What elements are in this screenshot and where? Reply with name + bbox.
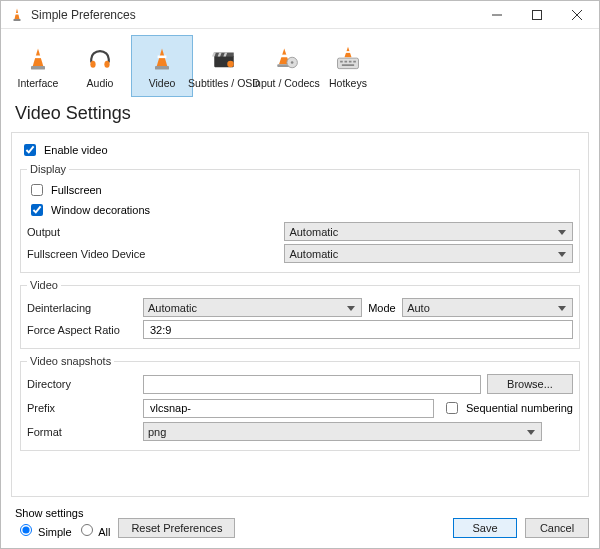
deinterlacing-label: Deinterlacing — [27, 302, 137, 314]
seq-numbering-label: Sequential numbering — [466, 402, 573, 414]
video-group: Video Deinterlacing Automatic Mode Auto … — [20, 279, 580, 349]
svg-rect-9 — [31, 66, 45, 70]
directory-input[interactable] — [143, 375, 481, 394]
cone-icon — [23, 44, 53, 74]
svg-rect-4 — [533, 10, 542, 19]
prefix-input[interactable] — [143, 399, 434, 418]
clapper-icon — [209, 44, 239, 74]
tab-label: Hotkeys — [329, 77, 367, 89]
svg-rect-32 — [353, 60, 356, 62]
tab-label: Audio — [87, 77, 114, 89]
tab-input-codecs[interactable]: Input / Codecs — [255, 35, 317, 97]
snapshots-group: Video snapshots Directory Browse... Pref… — [20, 355, 580, 451]
video-legend: Video — [27, 279, 61, 291]
save-button[interactable]: Save — [453, 518, 517, 538]
close-button[interactable] — [557, 2, 597, 28]
tab-video[interactable]: Video — [131, 35, 193, 97]
tab-label: Input / Codecs — [252, 77, 320, 89]
svg-rect-2 — [14, 19, 21, 21]
page-title: Video Settings — [1, 99, 599, 132]
format-label: Format — [27, 426, 137, 438]
format-select[interactable]: png — [143, 422, 542, 441]
app-icon — [9, 7, 25, 23]
display-group: Display Fullscreen Window decorations Ou… — [20, 163, 580, 273]
maximize-button[interactable] — [517, 2, 557, 28]
output-select[interactable]: Automatic — [284, 222, 573, 241]
svg-rect-14 — [155, 66, 169, 70]
titlebar: Simple Preferences — [1, 1, 599, 29]
svg-point-10 — [90, 60, 95, 67]
reset-preferences-button[interactable]: Reset Preferences — [118, 518, 235, 538]
svg-point-20 — [227, 60, 234, 67]
cone-icon — [147, 44, 177, 74]
svg-rect-30 — [345, 60, 348, 62]
svg-rect-1 — [15, 13, 19, 15]
tab-interface[interactable]: Interface — [7, 35, 69, 97]
force-ar-input[interactable] — [143, 320, 573, 339]
seq-numbering-checkbox[interactable]: Sequential numbering — [442, 399, 573, 417]
fullscreen-input[interactable] — [31, 184, 43, 196]
cancel-button[interactable]: Cancel — [525, 518, 589, 538]
directory-label: Directory — [27, 378, 137, 390]
mode-label: Mode — [368, 302, 396, 314]
minimize-button[interactable] — [477, 2, 517, 28]
category-tabs: Interface Audio Video Subtitles / OSD In… — [1, 29, 599, 99]
settings-panel: Enable video Display Fullscreen Window d… — [11, 132, 589, 497]
svg-rect-8 — [34, 55, 43, 58]
svg-rect-13 — [158, 55, 167, 58]
force-ar-label: Force Aspect Ratio — [27, 324, 137, 336]
simple-radio[interactable]: Simple — [15, 521, 72, 538]
tab-label: Video — [149, 77, 176, 89]
svg-point-11 — [104, 60, 109, 67]
tab-hotkeys[interactable]: Hotkeys — [317, 35, 379, 97]
enable-video-checkbox[interactable]: Enable video — [20, 141, 580, 159]
svg-rect-22 — [280, 54, 289, 57]
window-decorations-label: Window decorations — [51, 204, 150, 216]
window-decorations-input[interactable] — [31, 204, 43, 216]
display-legend: Display — [27, 163, 69, 175]
tab-subtitles[interactable]: Subtitles / OSD — [193, 35, 255, 97]
svg-rect-29 — [340, 60, 343, 62]
svg-point-25 — [291, 61, 294, 64]
fullscreen-checkbox[interactable]: Fullscreen — [27, 181, 573, 199]
show-settings: Show settings Simple All — [15, 507, 110, 538]
show-settings-label: Show settings — [15, 507, 110, 519]
window-decorations-checkbox[interactable]: Window decorations — [27, 201, 573, 219]
cone-disc-icon — [271, 44, 301, 74]
fullscreen-label: Fullscreen — [51, 184, 102, 196]
svg-rect-33 — [342, 64, 354, 66]
fsdevice-select[interactable]: Automatic — [284, 244, 573, 263]
svg-rect-28 — [338, 58, 359, 69]
keyboard-icon — [333, 44, 363, 74]
enable-video-input[interactable] — [24, 144, 36, 156]
mode-select[interactable]: Auto — [402, 298, 573, 317]
footer: Show settings Simple All Reset Preferenc… — [1, 503, 599, 548]
tab-label: Interface — [18, 77, 59, 89]
output-label: Output — [27, 226, 147, 238]
seq-numbering-input[interactable] — [446, 402, 458, 414]
tab-audio[interactable]: Audio — [69, 35, 131, 97]
svg-rect-27 — [345, 51, 350, 53]
preferences-window: Simple Preferences Interface Audio Video… — [0, 0, 600, 549]
headphones-icon — [85, 44, 115, 74]
deinterlacing-select[interactable]: Automatic — [143, 298, 362, 317]
svg-rect-31 — [349, 60, 352, 62]
window-title: Simple Preferences — [31, 8, 477, 22]
prefix-label: Prefix — [27, 402, 137, 414]
all-radio[interactable]: All — [76, 521, 111, 538]
snapshots-legend: Video snapshots — [27, 355, 114, 367]
enable-video-label: Enable video — [44, 144, 108, 156]
browse-button[interactable]: Browse... — [487, 374, 573, 394]
tab-label: Subtitles / OSD — [188, 77, 260, 89]
fsdevice-label: Fullscreen Video Device — [27, 248, 147, 260]
